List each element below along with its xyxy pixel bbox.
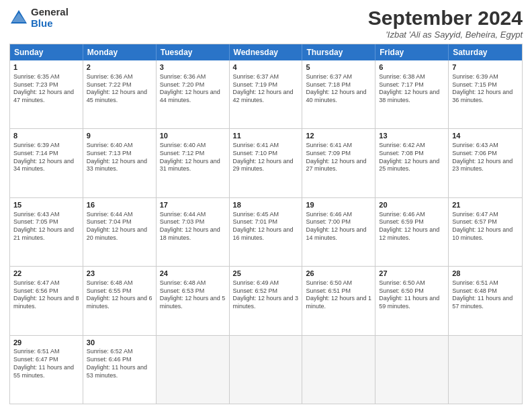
cell-text: Sunrise: 6:47 AM Sunset: 6:56 PM Dayligh… <box>13 279 79 311</box>
day-number: 28 <box>452 269 519 279</box>
cell-text: Sunrise: 6:36 AM Sunset: 7:22 PM Dayligh… <box>87 73 152 105</box>
calendar-cell: 26Sunrise: 6:50 AM Sunset: 6:51 PM Dayli… <box>302 267 375 334</box>
calendar-cell: 14Sunrise: 6:43 AM Sunset: 7:06 PM Dayli… <box>449 129 522 197</box>
calendar-cell: 22Sunrise: 6:47 AM Sunset: 6:56 PM Dayli… <box>10 267 83 334</box>
cell-text: Sunrise: 6:51 AM Sunset: 6:48 PM Dayligh… <box>452 279 519 311</box>
day-number: 24 <box>160 269 226 279</box>
calendar-cell: 29Sunrise: 6:51 AM Sunset: 6:47 PM Dayli… <box>10 336 83 404</box>
calendar-cell: 3Sunrise: 6:36 AM Sunset: 7:20 PM Daylig… <box>157 60 230 128</box>
day-number: 21 <box>452 200 519 210</box>
calendar-cell: 19Sunrise: 6:46 AM Sunset: 7:00 PM Dayli… <box>302 198 375 266</box>
day-number: 26 <box>306 269 371 279</box>
day-number: 18 <box>233 200 299 210</box>
calendar-cell: 12Sunrise: 6:41 AM Sunset: 7:09 PM Dayli… <box>302 129 375 197</box>
day-number: 11 <box>233 131 299 141</box>
calendar-row-2: 8Sunrise: 6:39 AM Sunset: 7:14 PM Daylig… <box>10 128 522 197</box>
location: 'Izbat 'Ali as Sayyid, Beheira, Egypt <box>368 30 523 40</box>
day-number: 29 <box>13 338 79 348</box>
calendar-cell: 17Sunrise: 6:44 AM Sunset: 7:03 PM Dayli… <box>157 198 230 266</box>
cell-text: Sunrise: 6:51 AM Sunset: 6:47 PM Dayligh… <box>13 348 79 379</box>
cell-text: Sunrise: 6:52 AM Sunset: 6:46 PM Dayligh… <box>87 348 152 379</box>
calendar-cell: 21Sunrise: 6:47 AM Sunset: 6:57 PM Dayli… <box>449 198 522 266</box>
calendar-cell: 13Sunrise: 6:42 AM Sunset: 7:08 PM Dayli… <box>375 129 449 197</box>
calendar-cell: 20Sunrise: 6:46 AM Sunset: 6:59 PM Dayli… <box>375 198 449 266</box>
day-number: 15 <box>13 200 79 210</box>
cell-text: Sunrise: 6:46 AM Sunset: 7:00 PM Dayligh… <box>306 211 371 242</box>
cell-text: Sunrise: 6:40 AM Sunset: 7:12 PM Dayligh… <box>160 142 226 173</box>
calendar-cell: 25Sunrise: 6:49 AM Sunset: 6:52 PM Dayli… <box>230 267 303 334</box>
day-header-thursday: Thursday <box>302 44 375 60</box>
cell-text: Sunrise: 6:47 AM Sunset: 6:57 PM Dayligh… <box>452 211 519 242</box>
calendar-cell: 8Sunrise: 6:39 AM Sunset: 7:14 PM Daylig… <box>10 129 83 197</box>
day-number: 16 <box>87 200 152 210</box>
day-header-monday: Monday <box>83 44 157 60</box>
day-number: 19 <box>306 200 371 210</box>
day-header-tuesday: Tuesday <box>157 44 230 60</box>
cell-text: Sunrise: 6:39 AM Sunset: 7:14 PM Dayligh… <box>13 142 79 173</box>
calendar-cell: 9Sunrise: 6:40 AM Sunset: 7:13 PM Daylig… <box>83 129 157 197</box>
cell-text: Sunrise: 6:38 AM Sunset: 7:17 PM Dayligh… <box>379 73 445 105</box>
svg-marker-1 <box>12 13 26 22</box>
calendar-cell <box>302 336 375 404</box>
day-number: 2 <box>87 62 152 73</box>
day-number: 3 <box>160 62 226 73</box>
day-header-saturday: Saturday <box>449 44 522 60</box>
cell-text: Sunrise: 6:36 AM Sunset: 7:20 PM Dayligh… <box>160 73 226 105</box>
day-number: 23 <box>87 269 152 279</box>
day-header-friday: Friday <box>375 44 449 60</box>
day-number: 25 <box>233 269 299 279</box>
cell-text: Sunrise: 6:46 AM Sunset: 6:59 PM Dayligh… <box>379 211 445 242</box>
calendar-cell: 11Sunrise: 6:41 AM Sunset: 7:10 PM Dayli… <box>230 129 303 197</box>
cell-text: Sunrise: 6:44 AM Sunset: 7:03 PM Dayligh… <box>160 211 226 242</box>
calendar-row-4: 22Sunrise: 6:47 AM Sunset: 6:56 PM Dayli… <box>10 266 522 334</box>
calendar-cell: 16Sunrise: 6:44 AM Sunset: 7:04 PM Dayli… <box>83 198 157 266</box>
calendar-cell: 23Sunrise: 6:48 AM Sunset: 6:55 PM Dayli… <box>83 267 157 334</box>
calendar-cell: 5Sunrise: 6:37 AM Sunset: 7:18 PM Daylig… <box>302 60 375 128</box>
calendar-header: SundayMondayTuesdayWednesdayThursdayFrid… <box>10 44 522 60</box>
calendar: SundayMondayTuesdayWednesdayThursdayFrid… <box>9 44 523 404</box>
calendar-cell: 7Sunrise: 6:39 AM Sunset: 7:15 PM Daylig… <box>449 60 522 128</box>
header: General Blue September 2024 'Izbat 'Ali … <box>9 7 523 40</box>
calendar-cell: 15Sunrise: 6:43 AM Sunset: 7:05 PM Dayli… <box>10 198 83 266</box>
cell-text: Sunrise: 6:45 AM Sunset: 7:01 PM Dayligh… <box>233 211 299 242</box>
calendar-cell: 4Sunrise: 6:37 AM Sunset: 7:19 PM Daylig… <box>230 60 303 128</box>
cell-text: Sunrise: 6:42 AM Sunset: 7:08 PM Dayligh… <box>379 142 445 173</box>
calendar-cell: 1Sunrise: 6:35 AM Sunset: 7:23 PM Daylig… <box>10 60 83 128</box>
cell-text: Sunrise: 6:50 AM Sunset: 6:51 PM Dayligh… <box>306 279 371 311</box>
day-number: 20 <box>379 200 445 210</box>
cell-text: Sunrise: 6:49 AM Sunset: 6:52 PM Dayligh… <box>233 279 299 311</box>
calendar-cell: 6Sunrise: 6:38 AM Sunset: 7:17 PM Daylig… <box>375 60 449 128</box>
calendar-body: 1Sunrise: 6:35 AM Sunset: 7:23 PM Daylig… <box>10 60 522 404</box>
day-number: 5 <box>306 62 371 73</box>
calendar-row-5: 29Sunrise: 6:51 AM Sunset: 6:47 PM Dayli… <box>10 335 522 404</box>
day-number: 27 <box>379 269 445 279</box>
page: General Blue September 2024 'Izbat 'Ali … <box>0 0 532 411</box>
day-number: 10 <box>160 131 226 141</box>
day-number: 7 <box>452 62 519 73</box>
cell-text: Sunrise: 6:48 AM Sunset: 6:55 PM Dayligh… <box>87 279 152 311</box>
logo-text: General Blue <box>31 7 69 29</box>
calendar-cell: 28Sunrise: 6:51 AM Sunset: 6:48 PM Dayli… <box>449 267 522 334</box>
cell-text: Sunrise: 6:37 AM Sunset: 7:19 PM Dayligh… <box>233 73 299 105</box>
day-number: 1 <box>13 62 79 73</box>
day-number: 13 <box>379 131 445 141</box>
cell-text: Sunrise: 6:50 AM Sunset: 6:50 PM Dayligh… <box>379 279 445 311</box>
calendar-cell <box>375 336 449 404</box>
calendar-cell <box>230 336 303 404</box>
calendar-cell: 18Sunrise: 6:45 AM Sunset: 7:01 PM Dayli… <box>230 198 303 266</box>
cell-text: Sunrise: 6:41 AM Sunset: 7:10 PM Dayligh… <box>233 142 299 173</box>
header-right: September 2024 'Izbat 'Ali as Sayyid, Be… <box>368 7 523 40</box>
day-number: 22 <box>13 269 79 279</box>
calendar-cell <box>157 336 230 404</box>
cell-text: Sunrise: 6:43 AM Sunset: 7:06 PM Dayligh… <box>452 142 519 173</box>
cell-text: Sunrise: 6:39 AM Sunset: 7:15 PM Dayligh… <box>452 73 519 105</box>
cell-text: Sunrise: 6:44 AM Sunset: 7:04 PM Dayligh… <box>87 211 152 242</box>
cell-text: Sunrise: 6:43 AM Sunset: 7:05 PM Dayligh… <box>13 211 79 242</box>
calendar-cell: 30Sunrise: 6:52 AM Sunset: 6:46 PM Dayli… <box>83 336 157 404</box>
day-number: 30 <box>87 338 152 348</box>
cell-text: Sunrise: 6:40 AM Sunset: 7:13 PM Dayligh… <box>87 142 152 173</box>
day-number: 4 <box>233 62 299 73</box>
logo-icon <box>9 9 28 28</box>
day-number: 6 <box>379 62 445 73</box>
day-number: 14 <box>452 131 519 141</box>
